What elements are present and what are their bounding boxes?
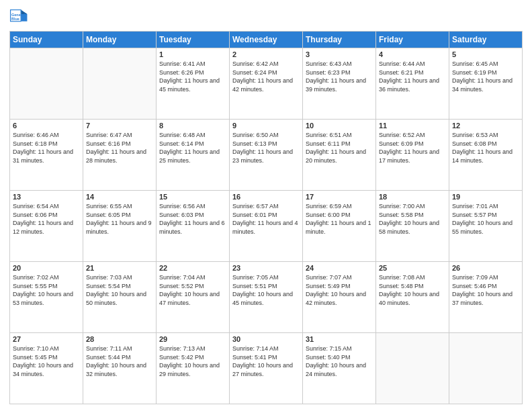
day-info: Sunrise: 6:44 AM Sunset: 6:21 PM Dayligh… [379, 60, 446, 93]
calendar-day-cell: 10Sunrise: 6:51 AM Sunset: 6:11 PM Dayli… [303, 120, 376, 191]
day-info: Sunrise: 7:05 AM Sunset: 5:51 PM Dayligh… [232, 273, 300, 307]
calendar-day-cell: 25Sunrise: 7:08 AM Sunset: 5:48 PM Dayli… [376, 262, 449, 333]
calendar-day-cell [83, 48, 157, 120]
day-number: 10 [306, 122, 373, 130]
calendar-day-cell: 20Sunrise: 7:02 AM Sunset: 5:55 PM Dayli… [10, 262, 83, 333]
calendar-day-cell: 4Sunrise: 6:44 AM Sunset: 6:21 PM Daylig… [376, 48, 449, 120]
day-info: Sunrise: 7:04 AM Sunset: 5:52 PM Dayligh… [159, 273, 226, 307]
day-number: 13 [13, 193, 80, 201]
calendar-day-cell: 2Sunrise: 6:42 AM Sunset: 6:24 PM Daylig… [230, 48, 303, 120]
calendar-day-cell: 12Sunrise: 6:53 AM Sunset: 6:08 PM Dayli… [449, 120, 523, 191]
day-info: Sunrise: 6:45 AM Sunset: 6:19 PM Dayligh… [452, 60, 519, 93]
day-info: Sunrise: 6:56 AM Sunset: 6:03 PM Dayligh… [159, 202, 226, 236]
calendar-day-cell: 31Sunrise: 7:15 AM Sunset: 5:40 PM Dayli… [303, 333, 376, 404]
day-number: 20 [13, 264, 80, 272]
calendar-week-row: 6Sunrise: 6:46 AM Sunset: 6:18 PM Daylig… [10, 120, 523, 191]
day-number: 19 [452, 193, 519, 201]
day-number: 26 [452, 264, 519, 272]
day-number: 12 [452, 122, 519, 130]
logo-icon: General Blue [9, 7, 28, 26]
day-number: 3 [306, 50, 373, 58]
calendar-week-row: 27Sunrise: 7:10 AM Sunset: 5:45 PM Dayli… [10, 333, 523, 404]
day-number: 17 [306, 193, 373, 201]
calendar-day-cell: 13Sunrise: 6:54 AM Sunset: 6:06 PM Dayli… [10, 191, 83, 262]
calendar-day-cell: 22Sunrise: 7:04 AM Sunset: 5:52 PM Dayli… [157, 262, 230, 333]
calendar-day-cell: 28Sunrise: 7:11 AM Sunset: 5:44 PM Dayli… [83, 333, 157, 404]
calendar-day-cell: 24Sunrise: 7:07 AM Sunset: 5:49 PM Dayli… [303, 262, 376, 333]
day-info: Sunrise: 7:11 AM Sunset: 5:44 PM Dayligh… [86, 345, 153, 378]
day-info: Sunrise: 7:02 AM Sunset: 5:55 PM Dayligh… [13, 273, 80, 307]
calendar-table: SundayMondayTuesdayWednesdayThursdayFrid… [9, 31, 523, 404]
day-number: 28 [86, 335, 153, 343]
day-number: 6 [13, 122, 80, 130]
day-info: Sunrise: 6:48 AM Sunset: 6:14 PM Dayligh… [159, 131, 226, 165]
day-number: 22 [159, 264, 226, 272]
calendar-week-row: 13Sunrise: 6:54 AM Sunset: 6:06 PM Dayli… [10, 191, 523, 262]
calendar-day-cell: 17Sunrise: 6:59 AM Sunset: 6:00 PM Dayli… [303, 191, 376, 262]
day-number: 25 [379, 264, 446, 272]
day-number: 30 [232, 335, 300, 343]
day-info: Sunrise: 7:08 AM Sunset: 5:48 PM Dayligh… [379, 273, 446, 307]
weekday-header-cell: Friday [376, 32, 449, 48]
day-info: Sunrise: 6:57 AM Sunset: 6:01 PM Dayligh… [232, 202, 300, 236]
day-number: 27 [13, 335, 80, 343]
day-number: 15 [159, 193, 226, 201]
calendar-day-cell: 9Sunrise: 6:50 AM Sunset: 6:13 PM Daylig… [230, 120, 303, 191]
day-info: Sunrise: 7:03 AM Sunset: 5:54 PM Dayligh… [86, 273, 153, 307]
day-info: Sunrise: 7:13 AM Sunset: 5:42 PM Dayligh… [159, 345, 226, 378]
day-info: Sunrise: 7:10 AM Sunset: 5:45 PM Dayligh… [13, 345, 80, 378]
day-number: 14 [86, 193, 153, 201]
day-number: 7 [86, 122, 153, 130]
day-info: Sunrise: 6:53 AM Sunset: 6:08 PM Dayligh… [452, 131, 519, 165]
calendar-day-cell: 7Sunrise: 6:47 AM Sunset: 6:16 PM Daylig… [83, 120, 157, 191]
calendar-day-cell: 18Sunrise: 7:00 AM Sunset: 5:58 PM Dayli… [376, 191, 449, 262]
day-number: 16 [232, 193, 300, 201]
svg-text:Blue: Blue [11, 17, 19, 21]
day-number: 4 [379, 50, 446, 58]
weekday-header-cell: Sunday [10, 32, 83, 48]
day-info: Sunrise: 7:01 AM Sunset: 5:57 PM Dayligh… [452, 202, 519, 236]
day-number: 8 [159, 122, 226, 130]
weekday-header-cell: Wednesday [230, 32, 303, 48]
day-info: Sunrise: 6:54 AM Sunset: 6:06 PM Dayligh… [13, 202, 80, 236]
calendar-day-cell: 14Sunrise: 6:55 AM Sunset: 6:05 PM Dayli… [83, 191, 157, 262]
calendar-day-cell: 30Sunrise: 7:14 AM Sunset: 5:41 PM Dayli… [230, 333, 303, 404]
calendar-day-cell [376, 333, 449, 404]
day-number: 9 [232, 122, 300, 130]
day-info: Sunrise: 7:09 AM Sunset: 5:46 PM Dayligh… [452, 273, 519, 307]
day-number: 18 [379, 193, 446, 201]
day-number: 21 [86, 264, 153, 272]
day-number: 31 [306, 335, 373, 343]
logo: General Blue [9, 7, 28, 26]
weekday-header-cell: Tuesday [157, 32, 230, 48]
day-info: Sunrise: 6:46 AM Sunset: 6:18 PM Dayligh… [13, 131, 80, 165]
day-info: Sunrise: 6:43 AM Sunset: 6:23 PM Dayligh… [306, 60, 373, 93]
weekday-header-cell: Monday [83, 32, 157, 48]
day-info: Sunrise: 6:51 AM Sunset: 6:11 PM Dayligh… [306, 131, 373, 165]
weekday-header-cell: Saturday [449, 32, 523, 48]
day-number: 23 [232, 264, 300, 272]
weekday-header-cell: Thursday [303, 32, 376, 48]
day-info: Sunrise: 6:47 AM Sunset: 6:16 PM Dayligh… [86, 131, 153, 165]
day-number: 11 [379, 122, 446, 130]
calendar-day-cell: 23Sunrise: 7:05 AM Sunset: 5:51 PM Dayli… [230, 262, 303, 333]
calendar-body: 1Sunrise: 6:41 AM Sunset: 6:26 PM Daylig… [10, 48, 523, 404]
day-info: Sunrise: 7:07 AM Sunset: 5:49 PM Dayligh… [306, 273, 373, 307]
calendar-day-cell: 15Sunrise: 6:56 AM Sunset: 6:03 PM Dayli… [157, 191, 230, 262]
svg-text:General: General [11, 13, 26, 17]
calendar-day-cell: 19Sunrise: 7:01 AM Sunset: 5:57 PM Dayli… [449, 191, 523, 262]
day-info: Sunrise: 6:41 AM Sunset: 6:26 PM Dayligh… [159, 60, 226, 93]
calendar-day-cell: 16Sunrise: 6:57 AM Sunset: 6:01 PM Dayli… [230, 191, 303, 262]
page-header: General Blue [9, 7, 523, 26]
day-info: Sunrise: 7:14 AM Sunset: 5:41 PM Dayligh… [232, 345, 300, 378]
calendar-day-cell: 26Sunrise: 7:09 AM Sunset: 5:46 PM Dayli… [449, 262, 523, 333]
day-info: Sunrise: 7:15 AM Sunset: 5:40 PM Dayligh… [306, 345, 373, 378]
day-info: Sunrise: 6:50 AM Sunset: 6:13 PM Dayligh… [232, 131, 300, 165]
weekday-header-row: SundayMondayTuesdayWednesdayThursdayFrid… [10, 32, 523, 48]
day-number: 29 [159, 335, 226, 343]
day-info: Sunrise: 6:42 AM Sunset: 6:24 PM Dayligh… [232, 60, 300, 93]
calendar-day-cell: 8Sunrise: 6:48 AM Sunset: 6:14 PM Daylig… [157, 120, 230, 191]
day-info: Sunrise: 7:00 AM Sunset: 5:58 PM Dayligh… [379, 202, 446, 236]
day-number: 1 [159, 50, 226, 58]
calendar-day-cell: 11Sunrise: 6:52 AM Sunset: 6:09 PM Dayli… [376, 120, 449, 191]
